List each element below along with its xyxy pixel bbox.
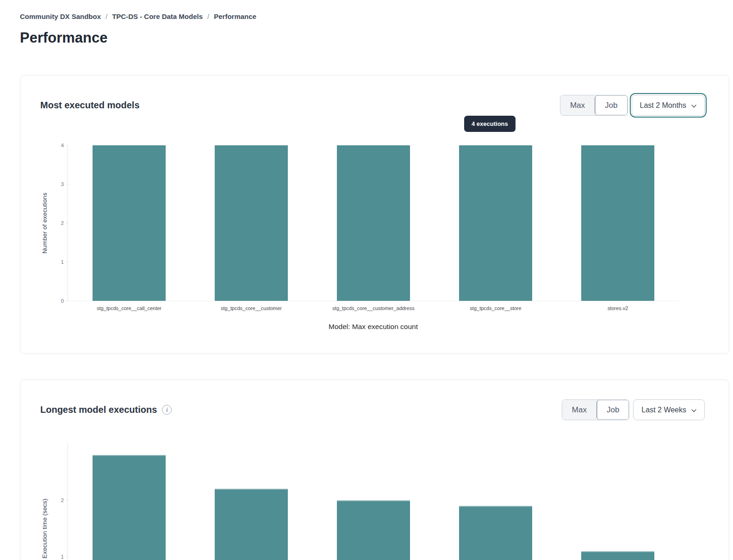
max-job-toggle: Max Job	[562, 399, 630, 420]
card-header: Longest model executions i Max Job Last …	[40, 399, 705, 420]
bar-slot: stg_tpcds_core__store	[435, 145, 557, 301]
period-dropdown[interactable]: Last 2 Weeks	[633, 399, 705, 420]
breadcrumb-separator: /	[106, 12, 107, 20]
chart-title-text: Longest model executions	[40, 404, 157, 415]
bar-item-0[interactable]	[93, 455, 166, 560]
breadcrumb-item-environment[interactable]: TPC-DS - Core Data Models	[112, 12, 203, 20]
bar-item-3[interactable]	[459, 506, 532, 560]
toggle-job-button[interactable]: Job	[596, 400, 629, 420]
bar-stg_tpcds_core__customer_address[interactable]	[337, 145, 410, 301]
bar-item-1[interactable]	[215, 489, 288, 560]
chart-title-text: Most executed models	[40, 100, 140, 111]
toggle-max-button[interactable]: Max	[562, 400, 596, 420]
bars-area	[68, 443, 679, 560]
chart-controls: Max Job Last 2 Months	[560, 95, 705, 116]
bar-stg_tpcds_core__customer[interactable]	[215, 145, 288, 301]
card-header: Most executed models Max Job Last 2 Mont…	[40, 95, 705, 116]
card-most-executed-models: Most executed models Max Job Last 2 Mont…	[20, 75, 729, 354]
breadcrumb-item-current: Performance	[214, 12, 256, 20]
bar-slot: stg_tpcds_core__customer	[190, 145, 312, 301]
max-job-toggle: Max Job	[560, 95, 628, 116]
bar-chart-longest-executions: 012	[68, 443, 679, 560]
bar-slot: stores.v2	[557, 145, 679, 301]
y-axis-label: Execution time (secs)	[41, 498, 48, 558]
bar-stg_tpcds_core__store[interactable]	[459, 145, 532, 301]
bar-slot: stg_tpcds_core__customer_address	[312, 145, 435, 301]
bar-slot	[435, 443, 557, 560]
period-dropdown[interactable]: Last 2 Months	[632, 95, 705, 116]
bar-slot	[190, 443, 312, 560]
bars-area: stg_tpcds_core__call_centerstg_tpcds_cor…	[68, 145, 679, 301]
card-longest-model-executions: Longest model executions i Max Job Last …	[20, 380, 729, 560]
x-tick-label: stg_tpcds_core__store	[470, 305, 521, 311]
bar-slot	[68, 443, 190, 560]
y-axis-label: Number of executions	[41, 193, 48, 253]
toggle-max-button[interactable]: Max	[560, 95, 595, 115]
x-tick-label: stg_tpcds_core__customer	[221, 305, 282, 311]
bar-stg_tpcds_core__call_center[interactable]	[93, 145, 166, 301]
bar-item-4[interactable]	[581, 551, 654, 560]
period-dropdown-value: Last 2 Weeks	[641, 406, 686, 414]
y-tick-label: 2	[61, 498, 64, 503]
breadcrumb-separator: /	[207, 12, 209, 20]
period-dropdown-value: Last 2 Months	[640, 101, 687, 110]
y-tick-label: 1	[61, 554, 64, 560]
y-tick-label: 4	[61, 143, 64, 148]
x-tick-label: stores.v2	[608, 305, 628, 311]
x-tick-label: stg_tpcds_core__call_center	[97, 305, 162, 311]
bar-stores.v2[interactable]	[581, 145, 654, 301]
breadcrumb-item-project[interactable]: Community DX Sandbox	[20, 12, 101, 20]
chart-title: Most executed models	[40, 100, 140, 111]
bar-slot	[312, 443, 435, 560]
x-axis-title: Model: Max execution count	[68, 323, 679, 331]
bar-item-2[interactable]	[337, 500, 410, 560]
chart-controls: Max Job Last 2 Weeks	[562, 399, 705, 420]
y-tick-label: 2	[61, 220, 64, 226]
page-title: Performance	[20, 30, 108, 46]
y-tick-label: 0	[61, 298, 64, 304]
y-tick-label: 3	[61, 181, 64, 187]
bar-chart-most-executed: 01234stg_tpcds_core__call_centerstg_tpcd…	[68, 145, 679, 301]
toggle-job-button[interactable]: Job	[595, 95, 627, 115]
chevron-down-icon	[691, 101, 696, 110]
y-tick-label: 1	[61, 259, 64, 265]
chart-tooltip: 4 executions	[464, 116, 516, 132]
chart-title: Longest model executions i	[40, 404, 172, 415]
bar-slot	[557, 443, 679, 560]
chevron-down-icon	[691, 406, 696, 414]
bar-slot: stg_tpcds_core__call_center	[68, 145, 190, 301]
x-tick-label: stg_tpcds_core__customer_address	[332, 305, 414, 311]
breadcrumb: Community DX Sandbox / TPC-DS - Core Dat…	[20, 12, 256, 20]
info-icon[interactable]: i	[162, 405, 172, 415]
